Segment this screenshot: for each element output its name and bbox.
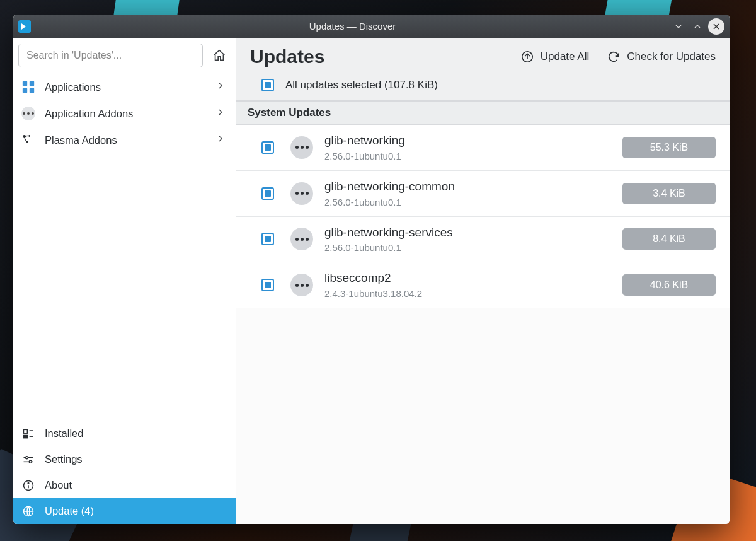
package-checkbox[interactable] (261, 233, 274, 245)
category-application-addons[interactable]: Application Addons (13, 100, 236, 127)
nav-installed[interactable]: Installed (13, 421, 236, 446)
svg-rect-2 (23, 81, 27, 86)
home-icon (212, 49, 226, 62)
svg-rect-10 (24, 435, 28, 438)
nav-label: Update (4) (45, 505, 226, 517)
refresh-icon (607, 50, 621, 64)
plasma-icon (21, 132, 36, 148)
window-title: Updates — Discover (37, 21, 668, 32)
svg-point-14 (26, 456, 28, 458)
chevron-right-icon (215, 81, 226, 93)
category-label: Plasma Addons (45, 134, 215, 146)
nav-update[interactable]: Update (4) (13, 498, 236, 524)
grid-icon (21, 79, 36, 95)
svg-point-19 (28, 482, 29, 484)
package-checkbox[interactable] (261, 141, 274, 154)
content-area: Updates Update All Check for Updates All… (236, 38, 730, 524)
package-icon (290, 274, 313, 296)
svg-rect-3 (30, 81, 34, 86)
discover-window: Updates — Discover Search in 'Updates'..… (13, 15, 730, 524)
package-icon (290, 228, 313, 250)
package-name: glib-networking (324, 134, 622, 148)
minimize-button[interactable] (670, 18, 687, 35)
package-icon (290, 182, 313, 205)
chevron-right-icon (215, 107, 226, 120)
package-version: 2.56.0-1ubuntu0.1 (324, 197, 622, 207)
package-size-badge[interactable]: 40.6 KiB (622, 274, 716, 296)
content-header: Updates Update All Check for Updates All… (236, 38, 730, 101)
close-button[interactable] (708, 18, 724, 35)
package-size-badge[interactable]: 55.3 KiB (622, 137, 716, 158)
package-size-badge[interactable]: 3.4 KiB (622, 183, 716, 204)
package-row[interactable]: libseccomp2 2.4.3-1ubuntu3.18.04.2 40.6 … (236, 262, 730, 308)
nav-about[interactable]: About (13, 472, 236, 498)
svg-rect-9 (24, 429, 28, 433)
nav-label: Settings (45, 453, 226, 465)
section-title: System Updates (236, 101, 730, 125)
check-updates-button[interactable]: Check for Updates (607, 50, 716, 64)
package-row[interactable]: glib-networking-common 2.56.0-1ubuntu0.1… (236, 171, 730, 217)
home-button[interactable] (209, 45, 229, 66)
package-version: 2.56.0-1ubuntu0.1 (324, 242, 622, 253)
search-placeholder: Search in 'Updates'... (26, 50, 122, 61)
sidebar-bottom-list: Installed Settings About (13, 421, 236, 524)
sidebar: Search in 'Updates'... Applications (13, 38, 236, 524)
svg-rect-5 (30, 88, 34, 93)
app-icon (18, 20, 31, 33)
package-version: 2.56.0-1ubuntu0.1 (324, 151, 622, 161)
package-name: libseccomp2 (324, 271, 622, 286)
upload-icon (520, 50, 534, 64)
package-checkbox[interactable] (261, 279, 274, 291)
category-plasma-addons[interactable]: Plasma Addons (13, 127, 236, 153)
nav-label: Installed (45, 428, 226, 439)
nav-label: About (45, 479, 226, 491)
package-list: glib-networking 2.56.0-1ubuntu0.1 55.3 K… (236, 125, 730, 308)
svg-rect-4 (23, 88, 27, 93)
package-checkbox[interactable] (261, 187, 274, 200)
category-list: Applications Application Addons Plasma A… (13, 73, 236, 154)
update-all-button[interactable]: Update All (520, 50, 590, 64)
category-label: Applications (45, 81, 215, 93)
category-label: Application Addons (45, 108, 215, 120)
update-all-label: Update All (541, 50, 590, 63)
package-name: glib-networking-common (324, 180, 622, 194)
check-updates-label: Check for Updates (627, 50, 716, 63)
globe-update-icon (21, 504, 36, 519)
svg-point-16 (29, 460, 32, 463)
chevron-right-icon (215, 134, 226, 146)
package-icon (290, 136, 313, 159)
maximize-button[interactable] (689, 18, 706, 35)
info-icon (21, 478, 36, 493)
category-applications[interactable]: Applications (13, 74, 236, 100)
package-row[interactable]: glib-networking-services 2.56.0-1ubuntu0… (236, 217, 730, 263)
select-all-checkbox[interactable] (261, 79, 274, 91)
titlebar: Updates — Discover (13, 15, 730, 38)
page-title: Updates (250, 46, 324, 67)
selection-summary: All updates selected (107.8 KiB) (285, 79, 438, 91)
installed-icon (21, 426, 36, 441)
package-version: 2.4.3-1ubuntu3.18.04.2 (324, 288, 622, 299)
ellipsis-icon (21, 106, 36, 121)
package-row[interactable]: glib-networking 2.56.0-1ubuntu0.1 55.3 K… (236, 125, 730, 171)
search-input[interactable]: Search in 'Updates'... (18, 44, 203, 67)
settings-slider-icon (21, 452, 36, 467)
package-size-badge[interactable]: 8.4 KiB (622, 228, 716, 250)
nav-settings[interactable]: Settings (13, 446, 236, 472)
package-name: glib-networking-services (324, 226, 622, 240)
